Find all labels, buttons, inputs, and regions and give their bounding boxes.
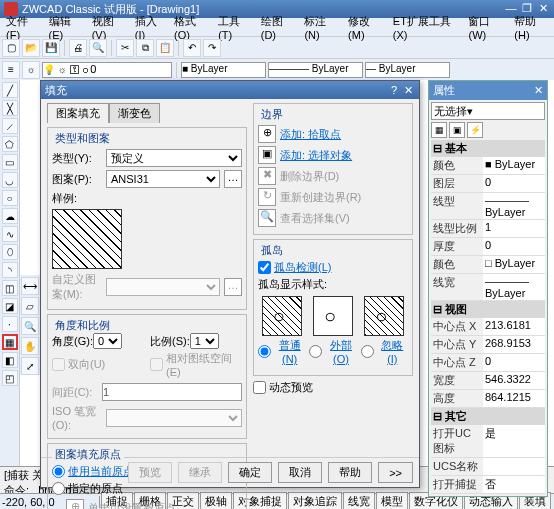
save-icon[interactable]: 💾 — [42, 39, 60, 57]
lineweight-select[interactable]: — ByLayer — [365, 62, 450, 78]
area-icon[interactable]: ▱ — [21, 297, 39, 315]
xline-icon[interactable]: ╳ — [2, 100, 18, 116]
island-detect-label[interactable]: 孤岛检测(L) — [274, 260, 331, 275]
add-select-link[interactable]: 添加: 选择对象 — [280, 148, 352, 163]
redo-icon[interactable]: ↷ — [203, 39, 221, 57]
status-toggle[interactable]: 对象追踪 — [288, 492, 342, 509]
status-toggle[interactable]: 线宽 — [343, 492, 375, 509]
cancel-button[interactable]: 取消 — [278, 462, 322, 483]
revcloud-icon[interactable]: ☁ — [2, 208, 18, 224]
zoomr-icon[interactable]: ⤢ — [21, 357, 39, 375]
ok-button[interactable]: 确定 — [228, 462, 272, 483]
region-icon[interactable]: ◰ — [2, 370, 18, 386]
arc-icon[interactable]: ◡ — [2, 172, 18, 188]
island-detect-checkbox[interactable] — [258, 261, 271, 274]
props-row[interactable]: UCS名称 — [431, 458, 545, 476]
island-outer-radio[interactable] — [309, 345, 322, 358]
menu-item[interactable]: 窗口(W) — [464, 13, 508, 42]
island-normal-radio[interactable] — [258, 345, 271, 358]
props-row[interactable]: 线宽———— ByLayer — [431, 274, 545, 301]
menu-item[interactable]: 修改(M) — [344, 13, 387, 42]
pattern-swatch[interactable] — [52, 209, 122, 269]
props-row[interactable]: 中心点 Y268.9153 — [431, 336, 545, 354]
ellipse-icon[interactable]: ⬯ — [2, 244, 18, 260]
menu-item[interactable]: 工具(T) — [214, 13, 255, 42]
props-row[interactable]: 打开捕捉否 — [431, 476, 545, 494]
menu-item[interactable]: 编辑(E) — [45, 13, 86, 42]
preview-icon[interactable]: 🔍 — [89, 39, 107, 57]
pattern-select[interactable]: ANSI31 — [106, 170, 220, 188]
island-ignore-radio[interactable] — [361, 345, 374, 358]
layer-select[interactable]: 💡 ☼ ⚿ ▢ 0 — [42, 62, 172, 78]
angle-select[interactable]: 0 — [93, 333, 122, 349]
props-row[interactable]: 高度864.1215 — [431, 390, 545, 408]
add-pick-icon[interactable]: ⊕ — [258, 125, 276, 143]
linetype-select[interactable]: ———— ByLayer — [268, 62, 363, 78]
menu-item[interactable]: 绘图(D) — [257, 13, 299, 42]
menu-item[interactable]: 标注(N) — [300, 13, 342, 42]
properties-close-icon[interactable]: ✕ — [534, 84, 543, 97]
dist-icon[interactable]: ⟷ — [21, 277, 39, 295]
rectangle-icon[interactable]: ▭ — [2, 154, 18, 170]
quick-select-icon[interactable]: ⚡ — [467, 122, 483, 138]
point-icon[interactable]: · — [2, 316, 18, 332]
dialog-help-icon[interactable]: ? — [387, 84, 401, 96]
menu-item[interactable]: 插入(I) — [131, 13, 168, 42]
props-category[interactable]: 基本 — [431, 140, 545, 157]
selection-dropdown[interactable]: 无选择 ▾ — [431, 102, 545, 120]
hatch-icon[interactable]: ▦ — [2, 334, 18, 350]
line-icon[interactable]: ╱ — [2, 82, 18, 98]
pattern-browse-button[interactable]: … — [224, 170, 242, 188]
origin-spec-radio[interactable] — [52, 482, 65, 495]
add-pick-link[interactable]: 添加: 拾取点 — [280, 127, 341, 142]
paste-icon[interactable]: 📋 — [156, 39, 174, 57]
layer-states-icon[interactable]: ☼ — [22, 61, 40, 79]
island-normal-icon[interactable] — [262, 296, 302, 336]
props-row[interactable]: 中心点 X213.6181 — [431, 318, 545, 336]
props-row[interactable]: 中心点 Z0 — [431, 354, 545, 372]
menu-item[interactable]: 格式(O) — [170, 13, 212, 42]
undo-icon[interactable]: ↶ — [183, 39, 201, 57]
dialog-close-icon[interactable]: ✕ — [401, 84, 415, 97]
props-row[interactable]: 厚度0 — [431, 238, 545, 256]
select-obj-icon[interactable]: ▣ — [449, 122, 465, 138]
cut-icon[interactable]: ✂ — [116, 39, 134, 57]
props-row[interactable]: 线型比例1 — [431, 220, 545, 238]
tab-gradient[interactable]: 渐变色 — [109, 103, 160, 123]
color-select[interactable]: ■ ByLayer — [181, 62, 266, 78]
copy-icon[interactable]: ⧉ — [136, 39, 154, 57]
print-icon[interactable]: 🖨 — [69, 39, 87, 57]
type-select[interactable]: 预定义 — [106, 149, 242, 167]
props-row[interactable]: 线型———— ByLayer — [431, 193, 545, 220]
pick-add-icon[interactable]: ▦ — [431, 122, 447, 138]
props-category[interactable]: 视图 — [431, 301, 545, 318]
menu-item[interactable]: ET扩展工具(X) — [389, 13, 463, 42]
zoom-icon[interactable]: 🔍 — [21, 317, 39, 335]
props-row[interactable]: 打开UC图标是 — [431, 425, 545, 458]
menu-item[interactable]: 文件(F) — [2, 13, 43, 42]
tab-hatch[interactable]: 图案填充 — [47, 103, 109, 123]
pline-icon[interactable]: ⟋ — [2, 118, 18, 134]
island-ignore-icon[interactable] — [364, 296, 404, 336]
spline-icon[interactable]: ∿ — [2, 226, 18, 242]
props-row[interactable]: 宽度546.3322 — [431, 372, 545, 390]
props-row[interactable]: 颜色■ ByLayer — [431, 157, 545, 175]
props-row[interactable]: 颜色□ ByLayer — [431, 256, 545, 274]
new-icon[interactable]: ▢ — [2, 39, 20, 57]
origin-current-radio[interactable] — [52, 465, 65, 478]
island-outer-icon[interactable] — [313, 296, 353, 336]
ellipse-arc-icon[interactable]: ◝ — [2, 262, 18, 278]
expand-button[interactable]: >> — [378, 462, 413, 483]
circle-icon[interactable]: ○ — [2, 190, 18, 206]
pan-icon[interactable]: ✋ — [21, 337, 39, 355]
props-category[interactable]: 其它 — [431, 408, 545, 425]
status-toggle[interactable]: 模型 — [376, 492, 408, 509]
layer-manager-icon[interactable]: ≡ — [2, 61, 20, 79]
menu-item[interactable]: 视图(V) — [88, 13, 129, 42]
gradient-icon[interactable]: ◧ — [2, 352, 18, 368]
add-select-icon[interactable]: ▣ — [258, 146, 276, 164]
dynamic-preview-checkbox[interactable] — [253, 381, 266, 394]
insert-block-icon[interactable]: ◫ — [2, 280, 18, 296]
polygon-icon[interactable]: ⬠ — [2, 136, 18, 152]
scale-select[interactable]: 1 — [190, 333, 219, 349]
